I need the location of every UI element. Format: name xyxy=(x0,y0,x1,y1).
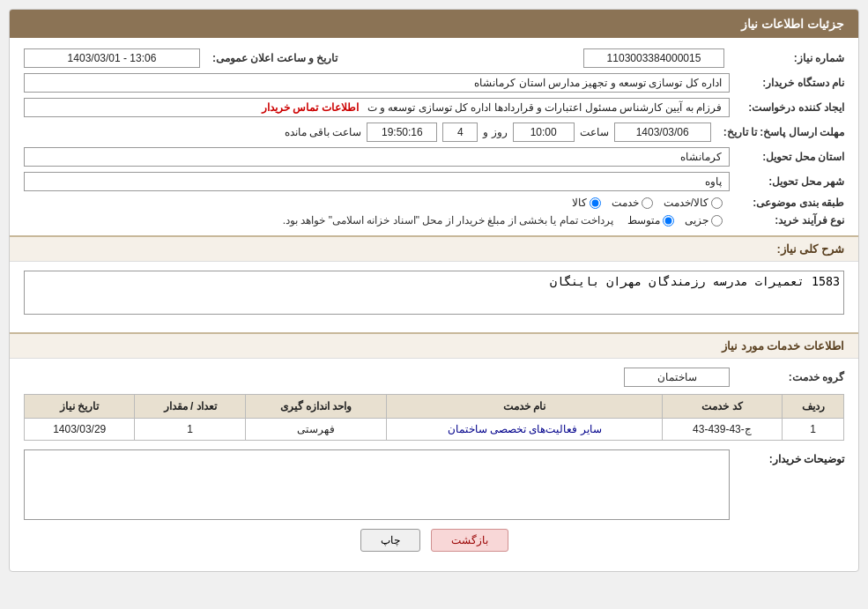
col-date: تاریخ نیاز xyxy=(25,395,135,419)
service-group-label: گروه خدمت: xyxy=(730,371,844,383)
announcement-value: 1403/03/01 - 13:06 xyxy=(24,48,200,68)
services-table: ردیف کد خدمت نام خدمت واحد اندازه گیری ت… xyxy=(24,394,844,441)
col-name: نام خدمت xyxy=(387,395,662,419)
col-count: تعداد / مقدار xyxy=(135,395,245,419)
back-button[interactable]: بازگشت xyxy=(431,529,508,552)
process-option-jozei: جزیی xyxy=(685,214,723,227)
reply-deadline-label: مهلت ارسال پاسخ: تا تاریخ: xyxy=(716,126,844,138)
delivery-city-label: شهر محل تحویل: xyxy=(730,175,844,188)
time-label: ساعت xyxy=(580,126,609,138)
creator-text: فرزام به آیین کارشناس مسئول اعتبارات و ق… xyxy=(367,101,722,114)
action-buttons: بازگشت چاپ xyxy=(24,529,844,561)
services-section-title: اطلاعات خدمات مورد نیاز xyxy=(10,332,858,359)
process-note: پرداخت تمام یا بخشی از مبلغ خریدار از مح… xyxy=(24,214,620,227)
reply-countdown-value: 19:50:16 xyxy=(367,123,437,142)
page-header: جزئیات اطلاعات نیاز xyxy=(10,10,858,38)
category-option-kala: کالا xyxy=(572,197,601,209)
delivery-province-value: کرمانشاه xyxy=(24,147,730,167)
col-code: کد خدمت xyxy=(662,395,782,419)
buyer-notes-textarea[interactable] xyxy=(24,449,730,520)
days-label: روز و xyxy=(483,126,507,138)
col-row: ردیف xyxy=(783,395,844,419)
category-option-khedmat: خدمت xyxy=(612,197,653,209)
remaining-label: ساعت باقی مانده xyxy=(285,126,362,138)
process-option-motavaset: متوسط xyxy=(627,214,674,227)
print-button[interactable]: چاپ xyxy=(360,529,420,552)
process-radio-group: جزیی متوسط xyxy=(627,214,723,227)
buyer-org-value: اداره کل توسازی توسعه و تجهیز مدارس استا… xyxy=(24,73,730,93)
need-description-textarea[interactable] xyxy=(24,271,844,315)
category-radio-kala[interactable] xyxy=(590,197,601,209)
service-group-value: ساختمان xyxy=(624,368,730,387)
need-description-title: شرح کلی نیاز: xyxy=(10,235,858,262)
table-cell-name: سایر فعالیت‌های تخصصی ساختمان xyxy=(387,419,662,441)
creator-contact-link[interactable]: اطلاعات تماس خریدار xyxy=(262,101,359,114)
table-row: 1ج-43-439-43سایر فعالیت‌های تخصصی ساختما… xyxy=(25,419,844,441)
need-description-container: 1583 تعمیرات مدرسه رزمندگان مهران باینگا… xyxy=(24,271,844,323)
need-number-value: 1103003384000015 xyxy=(583,48,724,68)
category-label-khedmat: خدمت xyxy=(612,197,639,209)
process-label-jozei: جزیی xyxy=(685,214,708,227)
process-type-label: نوع فرآیند خرید: xyxy=(730,214,844,227)
process-radio-jozei[interactable] xyxy=(711,215,723,227)
col-unit: واحد اندازه گیری xyxy=(245,395,387,419)
category-radio-group: کالا/خدمت خدمت کالا xyxy=(572,197,723,209)
buyer-org-label: نام دستگاه خریدار: xyxy=(730,77,844,89)
creator-value: فرزام به آیین کارشناس مسئول اعتبارات و ق… xyxy=(24,98,730,117)
process-radio-motavaset[interactable] xyxy=(663,215,674,227)
category-label-kala-khedmat: کالا/خدمت xyxy=(664,197,708,209)
table-cell-code: ج-43-439-43 xyxy=(662,419,782,441)
delivery-city-value: پاوه xyxy=(24,172,730,191)
table-cell-date: 1403/03/29 xyxy=(25,419,135,441)
creator-label: ایجاد کننده درخواست: xyxy=(730,101,844,114)
category-label-kala: کالا xyxy=(572,197,587,209)
delivery-province-label: استان محل تحویل: xyxy=(730,151,844,163)
announcement-label: تاریخ و ساعت اعلان عمومی: xyxy=(205,52,338,64)
table-cell-count: 1 xyxy=(135,419,245,441)
category-radio-khedmat[interactable] xyxy=(642,197,653,209)
reply-time-value: 10:00 xyxy=(513,123,575,142)
category-radio-kala-khedmat[interactable] xyxy=(711,197,723,209)
category-label: طبقه بندی موضوعی: xyxy=(730,197,844,209)
reply-date-value: 1403/03/06 xyxy=(614,123,711,142)
category-option-kala-khedmat: کالا/خدمت xyxy=(664,197,723,209)
table-cell-row: 1 xyxy=(783,419,844,441)
table-cell-unit: فهرستی xyxy=(245,419,387,441)
need-number-label: شماره نیاز: xyxy=(730,52,844,64)
buyer-notes-label: توضیحات خریدار: xyxy=(730,449,844,520)
reply-days-value: 4 xyxy=(442,123,478,142)
process-label-motavaset: متوسط xyxy=(627,214,660,227)
